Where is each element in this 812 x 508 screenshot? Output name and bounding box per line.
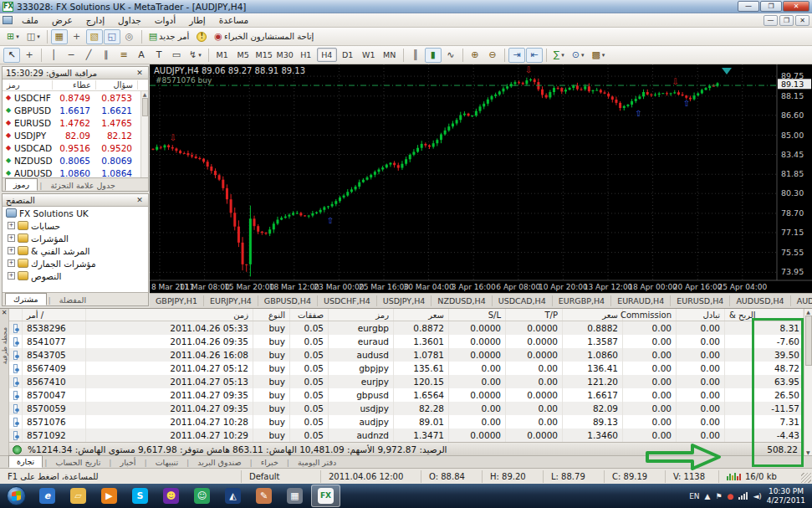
zoom-window-button[interactable]: ◎ bbox=[121, 29, 138, 44]
terminal-tab-3[interactable]: تنبيهات bbox=[149, 457, 185, 468]
column-header-5[interactable]: سعر bbox=[394, 309, 449, 321]
tab-favorites[interactable]: المفضلة bbox=[53, 295, 93, 305]
market-watch-scrollbar[interactable]: ▲ bbox=[140, 91, 148, 179]
chart-tab-eurgbph4[interactable]: EURGBP,H4 bbox=[553, 295, 611, 306]
zoom-out-button[interactable]: ⊖ bbox=[484, 48, 501, 63]
timeframe-w1[interactable]: W1 bbox=[359, 48, 379, 62]
taskbar-windows-explorer[interactable]: ▱ bbox=[64, 485, 93, 507]
timeframe-h4[interactable]: H4 bbox=[317, 48, 337, 62]
trade-row-8570059[interactable]: 85700592011.04.27 09:35buy0.05usdjpy82.2… bbox=[9, 402, 804, 415]
market-watch-close-icon[interactable]: ✕ bbox=[135, 69, 145, 77]
expand-icon[interactable]: + bbox=[8, 259, 15, 267]
chart-area[interactable]: 8 Mar 201111 Mar 08:0015 Mar 20:0018 Mar… bbox=[150, 64, 812, 293]
trade-row-8571076[interactable]: 85710762011.04.27 10:28buy0.05audjpy89.0… bbox=[9, 415, 804, 428]
trendline-button[interactable]: ╱ bbox=[80, 48, 97, 63]
timeframe-m1[interactable]: M1 bbox=[212, 48, 232, 62]
new-chart-button[interactable]: ⊞▾ bbox=[3, 29, 23, 44]
terminal-scrollbar[interactable]: ▲▼ bbox=[804, 309, 812, 456]
alerts-button[interactable]: ! bbox=[193, 29, 210, 44]
expert-advisors-button[interactable]: ◉إتاحة المستشارون الخبراء bbox=[211, 29, 317, 44]
periods-button[interactable]: ⊙▾ bbox=[569, 48, 588, 63]
chart-shift-button[interactable]: ⇤ bbox=[526, 48, 543, 63]
indicators-button[interactable]: ∑▾ bbox=[550, 48, 568, 63]
taskbar-yahoo-messenger[interactable]: ☻ bbox=[156, 485, 186, 507]
chart-window-button[interactable]: ◱ bbox=[104, 29, 120, 44]
timeframe-m30[interactable]: M30 bbox=[275, 48, 295, 62]
terminal-tab-1[interactable]: تاريخ الحساب bbox=[49, 457, 107, 468]
tab-tick-chart[interactable]: جدول علامة التجزئة bbox=[43, 180, 121, 191]
column-header-3[interactable]: صفقات bbox=[290, 309, 329, 321]
trade-row-8538296[interactable]: 85382962011.04.26 05:33buy0.05eurgbp0.88… bbox=[9, 321, 804, 335]
column-header-1[interactable]: زمن bbox=[86, 309, 253, 321]
chart-tab-gbpjpyh1[interactable]: GBPJPY,H1 bbox=[150, 295, 204, 306]
trade-row-8567409[interactable]: 85674092011.04.27 05:12buy0.05gbpjpy135.… bbox=[9, 362, 804, 375]
chart-tab-gbpusdh4[interactable]: GBPUSD,H4 bbox=[258, 295, 318, 306]
expand-icon[interactable]: + bbox=[8, 247, 15, 254]
menu-item-6[interactable]: مساعدة bbox=[212, 14, 255, 26]
expand-icon[interactable]: + bbox=[8, 222, 15, 229]
zoom-in-button[interactable]: ⊕ bbox=[467, 48, 483, 63]
minimize-button[interactable]: — bbox=[738, 1, 759, 12]
column-header-2[interactable]: النوع bbox=[253, 309, 290, 321]
menu-item-3[interactable]: جداول bbox=[111, 14, 148, 26]
timeframe-h1[interactable]: H1 bbox=[296, 48, 316, 62]
market-watch-row-eurusd[interactable]: ◆EURUSD1.47621.4765 bbox=[3, 116, 148, 129]
fibonacci-button[interactable]: ≡ bbox=[115, 48, 132, 63]
menu-item-1[interactable]: عرض bbox=[45, 14, 79, 26]
profiles-button[interactable]: ◫▾ bbox=[23, 29, 43, 44]
timeframe-m5[interactable]: M5 bbox=[233, 48, 253, 62]
timeframe-m15[interactable]: M15 bbox=[254, 48, 274, 62]
chart-tab-usdjpyh4[interactable]: USDJPY,H4 bbox=[377, 295, 432, 306]
tray-language[interactable]: EN bbox=[689, 492, 699, 500]
shapes-button[interactable]: ▭ bbox=[168, 48, 185, 63]
trade-row-8571092[interactable]: 85710922011.04.27 10:29buy0.05audnzd1.34… bbox=[9, 428, 804, 442]
navigator-item-4[interactable]: +النصوص bbox=[3, 269, 148, 282]
menu-item-0[interactable]: ملف bbox=[15, 14, 45, 26]
tray-flag-icon[interactable]: ⚑ bbox=[715, 492, 722, 500]
candlestick-button[interactable]: ▮ bbox=[425, 48, 442, 63]
chart-tab-usdcadh4[interactable]: USDCAD,H4 bbox=[493, 295, 553, 306]
column-header-6[interactable]: S/L bbox=[449, 309, 506, 321]
navigator-item-0[interactable]: +حسابات bbox=[3, 219, 148, 232]
trade-row-8543705[interactable]: 85437052011.04.26 16:08buy0.05audusd1.07… bbox=[9, 348, 804, 362]
tray-network-icon[interactable] bbox=[738, 492, 748, 500]
cursor-button[interactable]: ↖ bbox=[3, 48, 20, 63]
trade-row-8541077[interactable]: 85410772011.04.26 09:35buy0.05euraud1.36… bbox=[9, 335, 804, 348]
market-watch-row-usdcad[interactable]: ◆USDCAD0.95160.9520 bbox=[3, 141, 148, 154]
tray-volume-icon[interactable]: ◄) bbox=[753, 492, 761, 500]
line-chart-button[interactable]: ∿ bbox=[442, 48, 459, 63]
terminal-tab-0[interactable]: تجارة bbox=[8, 455, 43, 468]
chart-tab-euraudh4[interactable]: EURAUD,H4 bbox=[611, 295, 671, 306]
taskbar-internet-explorer[interactable]: e bbox=[33, 485, 62, 507]
market-watch-row-nzdusd[interactable]: ◆NZDUSD0.80650.8069 bbox=[3, 154, 148, 167]
terminal-close-icon[interactable]: ✕ bbox=[2, 309, 8, 317]
timeframe-d1[interactable]: D1 bbox=[338, 48, 358, 62]
chart-tab-usdchfh4[interactable]: USDCHF,H4 bbox=[318, 295, 377, 306]
child-window-icon[interactable] bbox=[3, 16, 13, 24]
start-button[interactable] bbox=[2, 485, 31, 507]
expand-icon[interactable]: + bbox=[8, 234, 15, 242]
tray-alert-icon[interactable]: ● bbox=[728, 492, 734, 500]
navigator-close-icon[interactable]: ✕ bbox=[135, 196, 145, 204]
taskbar-paint[interactable]: ✎ bbox=[249, 485, 278, 507]
maximize-button[interactable]: ❐ bbox=[760, 1, 782, 12]
navigator-item-1[interactable]: +المؤشرات bbox=[3, 232, 148, 244]
bar-chart-button[interactable]: ║ bbox=[407, 48, 424, 63]
navigator-item-3[interactable]: +مؤشرات الجمارك bbox=[3, 257, 148, 269]
channel-button[interactable]: ∥ bbox=[98, 48, 115, 63]
column-header-11[interactable]: الربح & bbox=[725, 309, 804, 321]
templates-button-dropdown-icon[interactable]: ▾ bbox=[602, 52, 605, 59]
menu-item-5[interactable]: إطار bbox=[182, 14, 212, 26]
templates-button[interactable]: ▩▾ bbox=[588, 48, 608, 63]
column-header-7[interactable]: T/P bbox=[506, 309, 563, 321]
column-header-4[interactable]: رمز bbox=[329, 309, 394, 321]
navigator-item-2[interactable]: +المرشد الفني & bbox=[3, 244, 148, 257]
new-chart-button-dropdown-icon[interactable]: ▾ bbox=[16, 33, 19, 40]
menu-item-4[interactable]: أدوات bbox=[148, 14, 182, 26]
expand-icon[interactable]: + bbox=[8, 272, 15, 280]
column-header-8[interactable]: سعر bbox=[563, 309, 623, 321]
taskbar-live-messenger[interactable]: ☺ bbox=[187, 485, 217, 507]
market-watch-row-usdchf[interactable]: ◆USDCHF0.87490.8753 bbox=[3, 91, 148, 104]
column-header-0[interactable]: أمر / bbox=[23, 309, 86, 321]
arrows-button-dropdown-icon[interactable]: ▾ bbox=[198, 52, 202, 59]
